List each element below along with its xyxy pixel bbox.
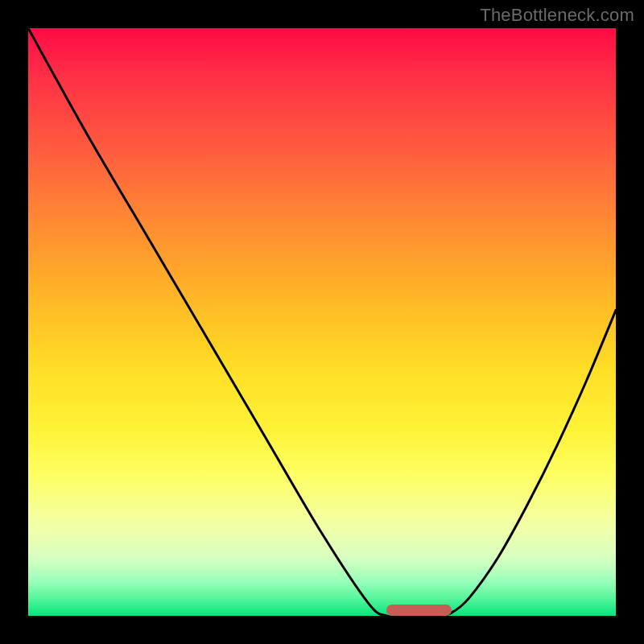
- optimal-range-marker: [386, 605, 451, 616]
- curve-left-branch: [28, 28, 398, 616]
- plot-area: [28, 28, 616, 616]
- chart-frame: TheBottleneck.com: [0, 0, 644, 644]
- watermark-text: TheBottleneck.com: [480, 5, 634, 26]
- bottleneck-curve: [28, 28, 616, 616]
- curve-right-branch: [440, 310, 616, 616]
